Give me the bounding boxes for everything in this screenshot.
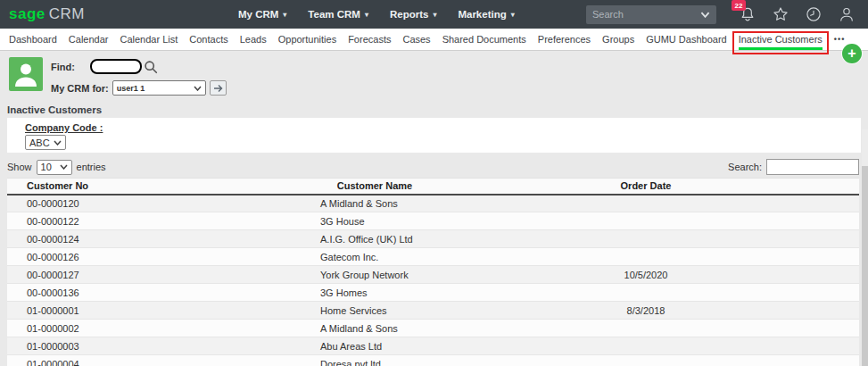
- company-code-label: Company Code :: [25, 122, 103, 133]
- vertical-scrollbar[interactable]: [862, 129, 868, 366]
- tab-shared-documents[interactable]: Shared Documents: [442, 29, 526, 50]
- table-row[interactable]: 00-0000124 A.I.G. Office (UK) Ltd: [7, 230, 859, 248]
- brand-crm: CRM: [49, 5, 85, 23]
- my-crm-for-label: My CRM for:: [51, 83, 109, 94]
- cell-order-date: [433, 248, 859, 266]
- cell-customer-no: 00-0000127: [7, 266, 317, 284]
- page-title: Inactive Customers: [7, 104, 868, 115]
- star-icon[interactable]: [772, 5, 789, 23]
- cell-customer-no: 01-0000001: [7, 302, 317, 320]
- menu-my-crm[interactable]: My CRM▾: [238, 9, 286, 20]
- sage-crm-logo[interactable]: sage CRM: [9, 5, 85, 23]
- table-row[interactable]: 00-0000136 3G Homes: [7, 284, 859, 302]
- page-size-select[interactable]: 10: [37, 160, 72, 175]
- tab-opportunities[interactable]: Opportunities: [278, 29, 336, 50]
- cell-customer-name: A Midland & Sons: [317, 195, 433, 212]
- table-row[interactable]: 00-0000122 3G House: [7, 212, 859, 230]
- user-select[interactable]: user1 1: [112, 80, 206, 96]
- column-header-order-date[interactable]: Order Date: [433, 179, 859, 195]
- caret-down-icon: ▾: [365, 11, 368, 19]
- table-search-input[interactable]: [766, 159, 859, 175]
- table-row[interactable]: 01-0000004 Doresa pvt ltd: [7, 355, 859, 366]
- menu-label: My CRM: [238, 9, 278, 20]
- tab-inactive-customers[interactable]: Inactive Customers: [739, 29, 823, 50]
- select-chevron-icon: [54, 140, 62, 146]
- cell-customer-name: 3G House: [317, 212, 433, 230]
- company-code-select[interactable]: ABC: [25, 135, 66, 150]
- notifications-button[interactable]: 22: [739, 5, 756, 23]
- table-row[interactable]: 01-0000002 A Midland & Sons: [7, 320, 859, 337]
- table-row[interactable]: 01-0000001 Home Services 8/3/2018: [7, 302, 859, 320]
- tab-groups[interactable]: Groups: [602, 29, 634, 50]
- cell-order-date: 8/3/2018: [433, 302, 859, 320]
- table-row[interactable]: 01-0000003 Abu Areas Ltd: [7, 337, 859, 355]
- topbar: sage CRM My CRM▾Team CRM▾Reports▾Marketi…: [0, 0, 868, 29]
- table-row[interactable]: 00-0000127 York Group Network 10/5/2020: [7, 266, 859, 284]
- cell-customer-name: A Midland & Sons: [317, 320, 433, 337]
- menu-reports[interactable]: Reports▾: [390, 9, 436, 20]
- menu-label: Reports: [390, 9, 428, 20]
- tab-label: GUMU Dashboard: [646, 34, 726, 45]
- cell-customer-no: 00-0000136: [7, 284, 317, 302]
- caret-down-icon: ▾: [511, 11, 515, 19]
- caret-down-icon: ▾: [433, 11, 436, 19]
- cell-customer-no: 00-0000124: [7, 230, 317, 248]
- tab-forecasts[interactable]: Forecasts: [348, 29, 391, 50]
- table-row[interactable]: 00-0000126 Gatecom Inc.: [7, 248, 859, 266]
- caret-down-icon: ▾: [283, 11, 286, 19]
- menu-label: Team CRM: [308, 9, 360, 20]
- customers-table: Customer No Customer Name Order Date 00-…: [7, 178, 859, 366]
- column-header-customer-no[interactable]: Customer No: [7, 179, 317, 195]
- my-crm-for-row: My CRM for: user1 1: [51, 80, 227, 96]
- tab-label: Shared Documents: [442, 34, 526, 45]
- cell-customer-no: 01-0000004: [7, 355, 317, 366]
- cell-order-date: [433, 320, 859, 337]
- tab-label: Opportunities: [278, 34, 336, 45]
- global-search-box[interactable]: [586, 5, 716, 24]
- cell-customer-no: 00-0000120: [7, 195, 317, 212]
- scrollbar-thumb[interactable]: [862, 166, 868, 366]
- tab-dashboard[interactable]: Dashboard: [9, 29, 57, 50]
- magnifier-icon[interactable]: [144, 60, 158, 74]
- company-code-value: ABC: [29, 137, 50, 148]
- cell-order-date: [433, 212, 859, 230]
- tab-label: Calendar: [69, 34, 109, 45]
- clock-icon[interactable]: [805, 5, 823, 23]
- go-button[interactable]: [210, 80, 227, 96]
- notification-count-badge: 22: [732, 0, 746, 11]
- tab-contacts[interactable]: Contacts: [189, 29, 227, 50]
- tab-label: Calendar List: [120, 34, 178, 45]
- tab-cases[interactable]: Cases: [402, 29, 430, 50]
- entries-label: entries: [77, 162, 106, 172]
- cell-order-date: [433, 230, 859, 248]
- cell-customer-no: 01-0000003: [7, 337, 317, 355]
- avatar: [9, 57, 43, 91]
- page-size-value: 10: [41, 162, 52, 172]
- table-row[interactable]: 00-0000120 A Midland & Sons: [7, 195, 859, 212]
- search-chevron-down-icon[interactable]: [700, 12, 710, 18]
- cell-customer-no: 01-0000002: [7, 320, 317, 337]
- tab-calendar-list[interactable]: Calendar List: [120, 29, 178, 50]
- avatar-person-icon: [9, 57, 43, 91]
- tab-leads[interactable]: Leads: [240, 29, 267, 50]
- tab-label: Groups: [602, 34, 634, 45]
- find-input[interactable]: [90, 59, 142, 74]
- global-search-input[interactable]: [592, 9, 697, 20]
- column-header-customer-name[interactable]: Customer Name: [317, 179, 433, 195]
- cell-order-date: [433, 337, 859, 355]
- tab-label: Inactive Customers: [739, 34, 823, 45]
- tab-label: Forecasts: [348, 34, 391, 45]
- cell-customer-no: 00-0000122: [7, 212, 317, 230]
- tab-gumu-dashboard[interactable]: GUMU Dashboard: [646, 29, 726, 50]
- menu-marketing[interactable]: Marketing▾: [458, 9, 514, 20]
- person-icon[interactable]: [838, 5, 856, 23]
- tab-label: Contacts: [189, 34, 227, 45]
- menu-team-crm[interactable]: Team CRM▾: [308, 9, 368, 20]
- tab-preferences[interactable]: Preferences: [538, 29, 591, 50]
- table-header-row: Customer No Customer Name Order Date: [7, 179, 859, 195]
- add-new-button[interactable]: +: [842, 44, 862, 63]
- brand-sage: sage: [9, 5, 45, 23]
- find-row: Find:: [51, 59, 158, 74]
- tab-calendar[interactable]: Calendar: [69, 29, 109, 50]
- cell-customer-name: Abu Areas Ltd: [317, 337, 433, 355]
